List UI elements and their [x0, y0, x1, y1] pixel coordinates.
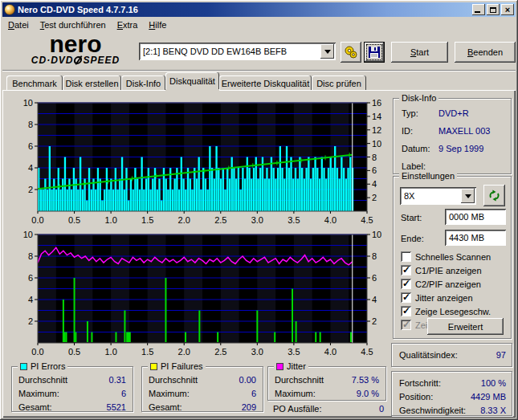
svg-text:3.5: 3.5 — [288, 215, 300, 225]
menu-item-datei[interactable]: Datei — [2, 18, 35, 31]
checkbox-box[interactable]: ✓ — [401, 320, 411, 330]
speed-select-dropdown-button[interactable] — [461, 189, 475, 203]
tab-disc-pr-fen[interactable]: Disc prüfen — [312, 75, 366, 91]
jitter-panel: Jitter Durchschnitt7.53 %Maximum:9.0 % — [267, 366, 386, 401]
window-title: Nero CD-DVD Speed 4.7.7.16 — [18, 5, 471, 14]
stat-row-pi-errors-durchschnitt: Durchschnitt0.31 — [12, 374, 133, 385]
end-field[interactable]: 4430 MB — [445, 230, 506, 246]
svg-text:0.5: 0.5 — [68, 347, 80, 355]
stat-row-jitter-maximum-: Maximum:9.0 % — [268, 388, 385, 399]
pi-errors-chart: 2468102468101214160.00.51.01.52.02.53.03… — [10, 96, 390, 226]
checkbox-label: Zeige Lesegeschw. — [415, 307, 491, 316]
drive-selector-dropdown-button[interactable] — [320, 44, 334, 59]
save-button[interactable] — [364, 42, 385, 63]
progress-row-position-: Position:4429 MB — [399, 392, 506, 402]
maximize-icon — [490, 7, 496, 13]
menu-item-extra[interactable]: Extra — [112, 18, 144, 31]
start-field-label: Start: — [401, 213, 422, 222]
disk-info-row-typ-: Typ:DVD+R — [402, 108, 506, 118]
svg-text:0.0: 0.0 — [31, 215, 43, 225]
svg-text:12: 12 — [372, 125, 381, 135]
settings-title: Einstellungen — [402, 171, 455, 181]
svg-text:2.5: 2.5 — [214, 347, 226, 355]
progress-row-geschwindigkeit-: Geschwindigkeit:8.33 X — [399, 406, 506, 415]
tab-strip: BenchmarkDisk erstellenDisk-InfoDiskqual… — [2, 72, 516, 91]
svg-text:16: 16 — [372, 98, 381, 108]
advanced-button[interactable]: Erweitert — [427, 318, 504, 335]
quit-button[interactable]: Beenden — [455, 42, 516, 63]
svg-text:0.0: 0.0 — [31, 347, 43, 355]
menu-item-test-durchf-hren[interactable]: Test durchführen — [35, 18, 112, 31]
close-button[interactable]: × — [501, 4, 514, 15]
svg-text:2.5: 2.5 — [214, 215, 226, 225]
svg-text:2: 2 — [28, 185, 33, 194]
svg-text:1.0: 1.0 — [104, 215, 116, 225]
speed-select[interactable]: 8X — [400, 187, 476, 205]
svg-text:2: 2 — [372, 316, 377, 326]
pi-errors-panel-title: PI Errors — [31, 361, 65, 371]
tab-page-diskqualitaet: 2468102468101214160.00.51.01.52.02.53.03… — [2, 90, 516, 418]
svg-text:8: 8 — [372, 153, 377, 162]
svg-text:4.5: 4.5 — [361, 347, 373, 355]
tab-diskqualit-t[interactable]: Diskqualität — [165, 72, 219, 91]
checkbox-schnelles-scannen[interactable]: Schnelles Scannen — [401, 251, 491, 262]
checkbox-label: Schnelles Scannen — [415, 252, 491, 262]
tab-disk-info[interactable]: Disk-Info — [121, 75, 165, 91]
checkbox-box[interactable]: ✓ — [401, 279, 411, 289]
svg-text:1.5: 1.5 — [141, 347, 153, 355]
checkbox-box[interactable]: ✓ — [401, 292, 411, 303]
svg-text:6: 6 — [372, 273, 377, 283]
progress-row-fortschritt-: Fortschritt:100 % — [399, 378, 506, 388]
checkbox-c2-pif-anzeigen[interactable]: ✓C2/PIF anzeigen — [401, 279, 481, 289]
stat-row-pi-failures-gesamt-: Gesamt:209 — [142, 402, 263, 413]
stat-row-pi-errors-maximum-: Maximum:6 — [12, 388, 133, 399]
svg-text:8: 8 — [372, 251, 377, 261]
stat-row-pi-failures-maximum-: Maximum:6 — [142, 388, 263, 399]
svg-text:4: 4 — [28, 163, 33, 173]
checkbox-label: C2/PIF anzeigen — [415, 279, 481, 289]
tab-erweiterte-diskqualit-t[interactable]: Erweiterte Diskqualität — [219, 75, 312, 91]
po-failures-row: PO Ausfälle: 0 — [273, 404, 384, 414]
refresh-button[interactable] — [483, 185, 505, 206]
checkbox-box[interactable] — [401, 251, 411, 262]
disk-info-row-label-: Label: — [402, 161, 506, 171]
svg-text:6: 6 — [372, 165, 377, 175]
checkbox-box[interactable]: ✓ — [401, 265, 411, 275]
menu-item-hilfe[interactable]: Hilfe — [143, 18, 172, 31]
logo-sub-left: CD·DVD — [31, 55, 74, 66]
app-icon — [4, 4, 15, 15]
disk-info-title: Disk-Info — [402, 93, 436, 103]
eject-options-button[interactable] — [341, 42, 361, 63]
drive-selector-value: [2:1] BENQ DVD DD EW164B BEFB — [139, 47, 320, 56]
jitter-legend-swatch — [276, 363, 283, 370]
checkbox-zeige-lesegeschw-[interactable]: ✓Zeige Lesegeschw. — [401, 306, 491, 316]
pi-errors-panel: PI Errors Durchschnitt0.31Maximum:6Gesam… — [11, 366, 133, 412]
disk-info-group: Disk-Info Typ:DVD+RID:MAXELL 003Datum:9 … — [393, 98, 512, 174]
logo-text: nero — [15, 34, 136, 55]
checkbox-c1-pie-anzeigen[interactable]: ✓C1/PIE anzeigen — [401, 265, 482, 275]
close-icon: × — [505, 6, 510, 14]
settings-group: Einstellungen 8X Start: 0000 MB Ende: 44… — [393, 176, 512, 339]
checkbox-jitter-anzeigen[interactable]: ✓Jitter anzeigen — [401, 292, 473, 303]
svg-text:10: 10 — [372, 139, 381, 149]
checkbox-box[interactable]: ✓ — [401, 306, 411, 316]
start-field[interactable]: 0000 MB — [445, 209, 506, 225]
quality-index-panel: Qualitätsindex: 97 — [391, 343, 512, 367]
tab-benchmark[interactable]: Benchmark — [6, 75, 63, 91]
svg-text:4.5: 4.5 — [361, 215, 373, 225]
speed-select-value: 8X — [400, 191, 461, 201]
svg-text:3.5: 3.5 — [288, 347, 300, 355]
progress-panel: Fortschritt:100 %Position:4429 MBGeschwi… — [391, 371, 512, 416]
jitter-panel-title: Jitter — [287, 361, 306, 371]
svg-text:0.5: 0.5 — [68, 215, 80, 225]
maximize-button[interactable] — [487, 4, 500, 15]
svg-text:2: 2 — [372, 193, 377, 202]
svg-text:6: 6 — [28, 141, 33, 151]
minimize-button[interactable] — [472, 4, 485, 15]
start-button[interactable]: Start — [391, 42, 448, 63]
drive-selector[interactable]: [2:1] BENQ DVD DD EW164B BEFB — [139, 43, 336, 60]
refresh-icon — [487, 189, 501, 202]
tab-disk-erstellen[interactable]: Disk erstellen — [63, 75, 121, 91]
nero-logo: nero CD·DVD SPEED — [15, 34, 136, 66]
svg-text:10: 10 — [23, 230, 33, 239]
